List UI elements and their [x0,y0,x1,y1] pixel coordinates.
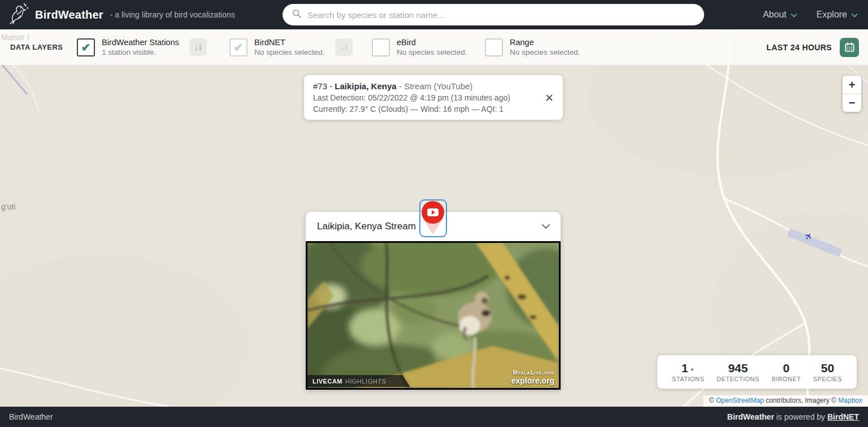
livecam-label: LIVECAM [313,378,342,385]
copyright-symbol: © [709,396,716,404]
data-layers-bar: Maisor I DATA LAYERS ✔ BirdWeather Stati… [0,29,868,65]
station-name: Laikipia, Kenya [335,81,396,91]
station-id: #73 - [313,81,335,91]
birdnet-count: 0 [771,361,801,374]
attribution-text: contributors, Imagery © [764,396,839,404]
birdnet-checkbox[interactable]: ✔ [229,38,248,56]
ebird-checkbox[interactable] [372,38,390,56]
station-conditions: Currently: 27.9° C (Clouds) — Wind: 16 m… [313,104,554,114]
layer-name: BirdNET [254,38,325,47]
top-navbar: BirdWeather - a living library of bird v… [0,0,868,29]
mpalalive-label: MpalaLive.org [511,369,554,376]
livecam-badge: LIVECAM HIGHLIGHTS [307,375,410,387]
search-icon [292,8,302,21]
species-count: 50 [813,361,842,374]
explore-org-label: explore.org [511,376,554,385]
livestream-video[interactable]: LIVECAM HIGHLIGHTS MpalaLive.org explore… [306,241,561,390]
stations-count: 1 [682,361,688,374]
nav-menu-about[interactable]: About [763,10,797,20]
time-range-label: LAST 24 HOURS [766,43,832,52]
layer-range: Range No species selected. [485,29,580,65]
range-checkbox[interactable] [485,38,503,56]
data-layers-title: DATA LAYERS [10,43,63,51]
chevron-down-icon [791,10,797,20]
chevron-down-icon[interactable] [541,224,550,229]
video-source-watermark: MpalaLive.org explore.org [511,369,554,385]
stat-detections: 945 DETECTIONS [717,361,760,382]
footer-powered-text: is powered by [774,412,827,421]
layer-name: Range [510,38,580,47]
stat-birdnet: 0 BIRDNET [771,361,801,382]
calendar-button[interactable] [840,38,859,57]
map-place-label: Maisor I [1,33,29,42]
highlights-label: HIGHLIGHTS [345,378,386,385]
layer-name: BirdWeather Stations [102,38,179,47]
sort-numeric-icon[interactable]: ↓19 [335,38,353,56]
birdweather-logo-icon [8,3,29,27]
birdnet-link[interactable]: BirdNET [827,412,859,421]
birdweather-app: ✈ g'uti + − BirdWeat [0,0,868,427]
stations-checkbox[interactable]: ✔ [77,38,95,56]
mapbox-link[interactable]: Mapbox [838,396,862,404]
layer-name: eBird [397,38,467,47]
stat-stations: 1▲ STATIONS [672,361,704,382]
station-type: - Stream (YouTube) [397,81,473,91]
nav-menu-explore[interactable]: Explore [817,10,858,20]
video-frame-monkey-in-tree [307,243,559,388]
stations-label: STATIONS [672,376,704,382]
explore-label: Explore [817,10,847,20]
footer-powered-by: BirdWeather is powered by BirdNET [727,412,859,421]
openstreetmap-link[interactable]: OpenStreetMap [716,396,764,404]
layer-status: No species selected. [397,48,467,56]
stream-popup: Laikipia, Kenya Stream [306,212,561,390]
map-zoom-control: + − [843,76,861,112]
stream-title: Laikipia, Kenya Stream [317,221,416,232]
search-bar[interactable] [283,4,704,25]
layer-birdnet: ✔ BirdNET No species selected. ↓19 [229,29,353,65]
brand-tagline: - a living library of bird vocalizations [110,10,235,19]
map-place-label: g'uti [1,202,15,211]
map-stats-card: 1▲ STATIONS 945 DETECTIONS 0 BIRDNET 50 … [657,355,857,389]
footer-bar: BirdWeather BirdWeather is powered by Bi… [0,407,868,427]
youtube-icon [422,201,444,224]
station-last-detection: Last Detection: 05/22/2022 @ 4:19 pm (13… [313,93,554,102]
stat-species: 50 SPECIES [813,361,842,382]
station-map-marker[interactable] [419,199,447,237]
sort-direction-icon[interactable]: ▲ [690,366,695,372]
layer-status: 1 station visible. [102,48,179,56]
footer-brand-bold: BirdWeather [727,412,774,421]
zoom-out-button[interactable]: − [843,94,861,112]
chevron-down-icon [851,10,858,20]
zoom-in-button[interactable]: + [843,76,861,94]
about-label: About [763,10,787,20]
layer-status: No species selected. [510,48,580,56]
brand-title: BirdWeather [35,8,103,21]
station-info-card: #73 - Laikipia, Kenya - Stream (YouTube)… [304,75,563,120]
search-input[interactable] [307,10,695,20]
layer-birdweather-stations: ✔ BirdWeather Stations 1 station visible… [77,29,207,65]
detections-label: DETECTIONS [717,376,760,382]
layer-ebird: eBird No species selected. [372,29,467,65]
close-icon[interactable]: ✕ [545,91,554,104]
birdnet-label: BIRDNET [771,376,801,382]
map-attribution: © OpenStreetMap contributors, Imagery © … [704,395,868,407]
species-label: SPECIES [813,376,842,382]
layer-status: No species selected. [254,48,325,56]
detections-count: 945 [717,361,760,374]
footer-brand: BirdWeather [9,412,53,421]
sort-numeric-icon[interactable]: ↓19 [189,38,207,56]
